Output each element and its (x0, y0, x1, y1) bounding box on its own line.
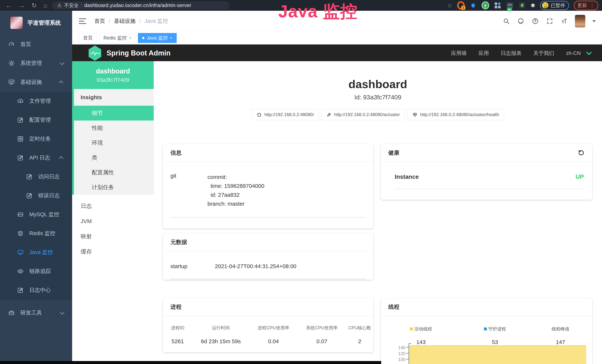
info-key: git (170, 173, 207, 208)
paused-badge[interactable]: 已暂停 (540, 1, 569, 10)
monitor-icon (17, 249, 24, 256)
subnav-config-props[interactable]: 配置属性 (74, 165, 154, 180)
sidebar-item-tracing[interactable]: 链路追踪 (0, 262, 72, 281)
sba-nav-language[interactable]: zh-CN (566, 50, 581, 56)
chevron-down-icon (60, 310, 64, 314)
sidebar-item-java-monitor[interactable]: Java 监控 (0, 243, 72, 262)
subnav-details[interactable]: 细节 (72, 106, 154, 120)
sba-nav-journal[interactable]: 日志报表 (501, 50, 522, 57)
instance-header[interactable]: dashboard 93a3fc7f7409 (72, 61, 154, 89)
process-card: 进程 进程ID 运行时间 进程CPU使用率 系统CPU使用率 CPU核心数 52… (163, 298, 373, 352)
avatar[interactable] (575, 15, 585, 27)
help-icon[interactable] (532, 17, 539, 25)
sba-nav-about[interactable]: 关于我们 (533, 50, 554, 57)
actuator-url-link[interactable]: http://192.168.0.2:48080/actuator (322, 109, 405, 120)
legend-yellow-icon (410, 327, 413, 331)
avatar-caret-icon[interactable] (592, 20, 596, 22)
close-icon[interactable]: × (170, 36, 172, 40)
home-icon[interactable]: ⌂ (43, 2, 47, 9)
reload-icon[interactable]: ↻ (32, 2, 37, 9)
info-card: 信息 git commit: time: 1596289704000 id: 2… (163, 144, 373, 228)
github-icon[interactable] (517, 17, 525, 25)
metadata-value: 2021-04-27T00:44:31.254+08:00 (215, 263, 366, 269)
info-card-header: 信息 (163, 144, 373, 162)
y-tick: 120 (390, 351, 405, 356)
extension-colab-icon[interactable]: 1 (457, 2, 465, 9)
sidebar-item-log-center[interactable]: 日志中心 (0, 281, 72, 300)
sidebar-item-system[interactable]: 系统管理 (0, 54, 72, 73)
font-size-icon[interactable] (560, 17, 568, 25)
sba-logo-icon[interactable] (88, 46, 102, 61)
sba-nav-wallboard[interactable]: 应用墙 (451, 50, 467, 57)
url-text[interactable]: dashboard.yudao.iocoder.cn/infra/admin-s… (84, 3, 191, 8)
process-cpu: 0.04 (249, 338, 298, 344)
subnav-caches[interactable]: 缓存 (72, 244, 154, 259)
metadata-key: startup (170, 263, 215, 269)
health-instance-row[interactable]: Instance UP (395, 173, 584, 189)
page-instance-id: Id: 93a3fc7f7409 (154, 94, 602, 101)
search-icon[interactable] (503, 17, 510, 25)
sba-nav: 应用墙 应用 日志报表 关于我们 zh-CN (451, 50, 602, 57)
insights-section-label: Insights (74, 89, 154, 106)
emoji-face-icon (542, 2, 548, 9)
extension-y-icon[interactable]: y (482, 2, 489, 9)
sidebar-item-home[interactable]: 首页 (0, 35, 72, 54)
sidebar-item-jobs[interactable]: 定时任务 (0, 129, 72, 148)
chevron-down-icon[interactable] (586, 50, 592, 55)
axis-tick (406, 353, 409, 353)
sidebar-item-access-log[interactable]: 访问日志 (0, 167, 72, 186)
forward-icon[interactable]: → (19, 2, 25, 9)
close-icon[interactable]: × (129, 36, 131, 40)
y-tick: 140 (390, 345, 405, 350)
health-url-link[interactable]: http://192.168.0.2:48080/actuator/health (407, 109, 504, 120)
breadcrumb-home[interactable]: 首页 (94, 17, 105, 25)
sidebar-item-api-logs[interactable]: API 日志 (0, 148, 72, 167)
extension-leaf-icon[interactable] (518, 2, 526, 9)
info-value: commit: time: 1596289704000 id: 27aa832 … (207, 173, 366, 208)
subnav-jvm[interactable]: JVM (72, 214, 154, 229)
update-button[interactable]: 更新⋮ (574, 1, 598, 10)
tab-home[interactable]: 首页 (79, 33, 97, 43)
health-card-header: 健康 (381, 144, 592, 162)
tab-redis-monitor[interactable]: Redis 监控× (99, 33, 136, 43)
sidebar-item-infra[interactable]: 基础设施 (0, 73, 72, 92)
sba-brand[interactable]: Spring Boot Admin (107, 49, 171, 57)
service-url-link[interactable]: http://192.168.0.2:48080/ (252, 109, 319, 120)
security-label[interactable]: 不安全 (64, 2, 79, 9)
sidebar-item-redis[interactable]: Redis 监控 (0, 224, 72, 243)
address-bar[interactable]: ⚠ 不安全 dashboard.yudao.iocoder.cn/infra/a… (52, 1, 229, 10)
bookmark-star-icon[interactable]: ☆ (447, 2, 452, 9)
app-logo-row[interactable]: 芋道管理系统 (0, 11, 72, 35)
sidebar-item-config[interactable]: 配置管理 (0, 110, 72, 129)
fullscreen-icon[interactable] (546, 17, 553, 25)
sidebar-item-files[interactable]: 文件管理 (0, 92, 72, 110)
subnav-classes[interactable]: 类 (74, 150, 154, 165)
tab-java-monitor[interactable]: Java 监控× (138, 33, 177, 43)
main-column: 首页 / 基础设施 / Java 监控 首页 Redis 监控× Java 监控… (72, 11, 602, 364)
sidebar-item-error-log[interactable]: 错误日志 (0, 186, 72, 205)
extension-grid-icon[interactable] (494, 2, 501, 9)
health-card: 健康 Instance UP (381, 144, 592, 200)
breadcrumb-infra[interactable]: 基础设施 (114, 17, 136, 25)
home-icon (257, 112, 262, 117)
sba-nav-applications[interactable]: 应用 (479, 50, 489, 57)
subnav-scheduled-tasks[interactable]: 计划任务 (74, 180, 154, 195)
subnav-logs[interactable]: 日志 (72, 198, 154, 214)
history-icon[interactable] (577, 149, 585, 157)
extensions-puzzle-icon[interactable]: ✱ (531, 2, 535, 9)
subnav-metrics[interactable]: 性能 (74, 120, 154, 135)
briefcase-icon (8, 310, 15, 316)
subnav-mappings[interactable]: 映射 (72, 229, 154, 244)
extension-on-icon[interactable]: on (506, 2, 514, 9)
hamburger-icon[interactable] (79, 18, 86, 24)
insights-group: Insights 细节 性能 环境 类 配置属性 计划任务 (72, 89, 154, 195)
sidebar-item-mysql[interactable]: MySQL 监控 (0, 205, 72, 224)
subnav-environment[interactable]: 环境 (74, 135, 154, 150)
back-icon[interactable]: ← (6, 2, 12, 9)
screenshot-root: ← → ↻ ⌂ ⚠ 不安全 dashboard.yudao.iocoder.cn… (0, 0, 602, 364)
divider (81, 3, 82, 8)
kebab-menu-icon[interactable]: ⋮ (590, 3, 595, 8)
extension-pin-icon[interactable] (469, 2, 477, 9)
sidebar-item-devtools[interactable]: 研发工具 (0, 303, 72, 322)
schedule-clock-icon (17, 136, 24, 142)
